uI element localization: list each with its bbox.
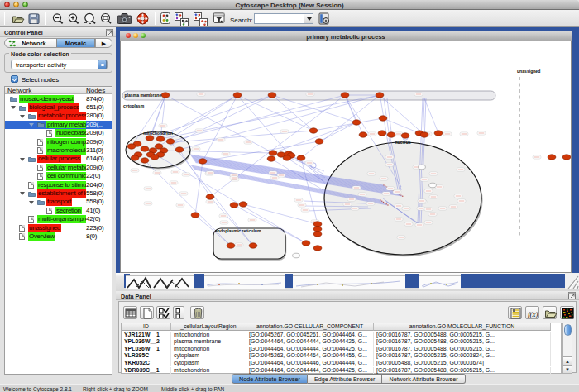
network-node[interactable]	[175, 147, 184, 152]
network-node[interactable]	[199, 159, 207, 164]
background-window-border[interactable]	[194, 274, 204, 288]
network-node[interactable]	[267, 156, 275, 161]
network-node-unselected[interactable]	[419, 165, 426, 170]
search-dropdown-button[interactable]	[304, 14, 313, 23]
save-icon[interactable]	[27, 12, 41, 25]
network-node[interactable]	[283, 155, 291, 160]
zoom-out-icon[interactable]	[51, 12, 65, 25]
select-stepper-icon[interactable]	[98, 60, 107, 69]
network-node[interactable]	[151, 155, 159, 160]
search-options-icon[interactable]	[318, 12, 330, 25]
table-cell[interactable]: YDR039C__1	[122, 367, 171, 375]
open-file-icon[interactable]	[12, 12, 25, 25]
table-cell[interactable]: mitochondrion	[171, 367, 246, 375]
network-node[interactable]	[341, 93, 349, 98]
node-color-attribute-select[interactable]: transporter activity	[11, 60, 108, 69]
tree-row-label[interactable]: unassigned	[28, 224, 61, 232]
merge-networks-1-icon[interactable]	[175, 12, 189, 26]
network-node[interactable]	[227, 243, 235, 248]
er-compartment[interactable]	[213, 228, 285, 259]
table-cell[interactable]: YPL036W__2	[122, 338, 171, 346]
tree-row-multi-organism-pro[interactable]: multi-organism pro42(0)	[5, 215, 112, 223]
tree-row-label[interactable]: establishment of lo	[37, 189, 86, 198]
tree-row-label[interactable]: biological_process	[28, 103, 79, 112]
table-cell[interactable]: YKR052C	[122, 360, 171, 367]
tree-row-label[interactable]: cellular process	[37, 155, 81, 163]
tab-overflow-button[interactable]: ▶	[95, 39, 112, 47]
network-node[interactable]	[420, 132, 428, 137]
table-column-header[interactable]: annotation.GO CELLULAR_COMPONENT	[246, 323, 374, 331]
tree-column-nodes[interactable]: Nodes	[86, 87, 105, 94]
function-builder-icon[interactable]: f(x)	[525, 306, 539, 319]
import-table-icon[interactable]	[123, 306, 137, 319]
tree-row-nucleobase-[interactable]: nucleobase-209(0)	[5, 129, 112, 137]
tree-row-overview[interactable]: Overview8(0)	[5, 232, 112, 241]
network-window-titlebar[interactable]: primary metabolic process	[120, 31, 572, 41]
network-node[interactable]	[297, 155, 305, 160]
zoom-in-icon[interactable]	[67, 12, 80, 25]
network-node[interactable]	[313, 232, 322, 237]
network-node-unselected[interactable]	[293, 253, 300, 258]
network-node[interactable]	[268, 93, 276, 98]
table-cell[interactable]: cytoplasm	[171, 360, 246, 367]
tree-row-label[interactable]: multi-organism pro	[37, 215, 86, 223]
tree-row-label[interactable]: cell communicat	[46, 172, 86, 180]
table-cell[interactable]: [GO:0005488, GO:0005215, GO:0003674]	[374, 360, 551, 367]
network-node[interactable]	[387, 132, 395, 137]
tree-row-macromolecule[interactable]: macromolecule311(0)	[5, 146, 112, 155]
tab-network-attribute-browser[interactable]: Network Attribute Browser	[382, 374, 465, 384]
tree-row-response-to-stimul[interactable]: response to stimul264(0)	[5, 181, 112, 189]
tree-row-transport[interactable]: transport558(0)	[5, 198, 112, 206]
tab-network[interactable]: Network	[5, 39, 56, 47]
network-node[interactable]	[562, 155, 571, 160]
network-edge[interactable]	[179, 95, 380, 150]
tree-row-label[interactable]: primary metabo	[46, 121, 86, 129]
network-node[interactable]	[269, 151, 277, 155]
select-attributes-icon[interactable]	[156, 306, 170, 319]
network-graph[interactable]: plasma membranecytoplasmmitochondrionnuc…	[121, 41, 571, 272]
network-node[interactable]	[376, 93, 384, 98]
table-cell[interactable]: mitochondrion	[171, 346, 246, 353]
network-node-unselected[interactable]	[429, 183, 437, 188]
tree-row-cellular-metabo[interactable]: cellular metabo209(0)	[5, 164, 112, 172]
tree-row-label[interactable]: nitrogen compo	[46, 138, 86, 146]
table-cell[interactable]: plasma membrane	[171, 338, 246, 346]
tree-row-nitrogen-compo[interactable]: nitrogen compo209(0)	[5, 138, 112, 146]
tree-row-metabolic-process[interactable]: metabolic process280(0)	[5, 112, 112, 120]
resize-grip[interactable]	[565, 273, 579, 289]
table-cell[interactable]: [GO:0044464, GO:0044444, GO:0044425, G..…	[246, 367, 374, 375]
scroll-up-button[interactable]: ▲	[563, 356, 572, 365]
network-node[interactable]	[146, 136, 154, 141]
table-column-header[interactable]: ID	[122, 323, 171, 331]
tree-row-primary-metabo[interactable]: primary metabo209(...	[5, 121, 112, 129]
help-icon[interactable]	[136, 12, 149, 25]
tree-row-label[interactable]: transport	[46, 198, 72, 206]
scrollbar-thumb[interactable]	[564, 324, 572, 336]
background-window[interactable]	[126, 275, 194, 289]
filter-icon[interactable]	[213, 12, 225, 24]
tree-row-cell-communicat[interactable]: cell communicat22(0)	[5, 172, 112, 180]
network-node[interactable]	[379, 116, 387, 121]
network-node[interactable]	[309, 128, 318, 133]
network-edge[interactable]	[237, 95, 313, 131]
float-panel-icon[interactable]	[568, 292, 576, 299]
network-node[interactable]	[302, 241, 310, 246]
network-node[interactable]	[401, 133, 409, 138]
table-cell[interactable]: [GO:0044464, GO:0044444, GO:0044425, G..…	[246, 338, 374, 346]
create-attribute-icon[interactable]	[140, 306, 154, 319]
table-cell[interactable]: [GO:0016787, GO:0005488, GO:0005215, G..…	[374, 367, 551, 375]
snapshot-camera-icon[interactable]	[117, 12, 133, 25]
background-window[interactable]	[293, 275, 405, 289]
tree-row-unassigned[interactable]: unassigned223(0)	[5, 224, 112, 232]
tree-row-label[interactable]: cellular metabo	[46, 164, 86, 172]
tree-row-label[interactable]: metabolic process	[37, 112, 86, 120]
select-nodes-checkbox[interactable]	[11, 75, 18, 83]
network-edge[interactable]	[273, 122, 356, 153]
background-window[interactable]	[204, 275, 285, 289]
table-cell[interactable]: YLR295C	[122, 352, 171, 360]
new-network-icon[interactable]	[160, 12, 170, 24]
tree-row-label[interactable]: Overview	[28, 232, 55, 241]
tree-row-label[interactable]: response to stimul	[37, 181, 86, 189]
zoom-fit-icon[interactable]	[99, 12, 112, 25]
tree-row-label[interactable]: nucleobase-	[55, 129, 86, 137]
